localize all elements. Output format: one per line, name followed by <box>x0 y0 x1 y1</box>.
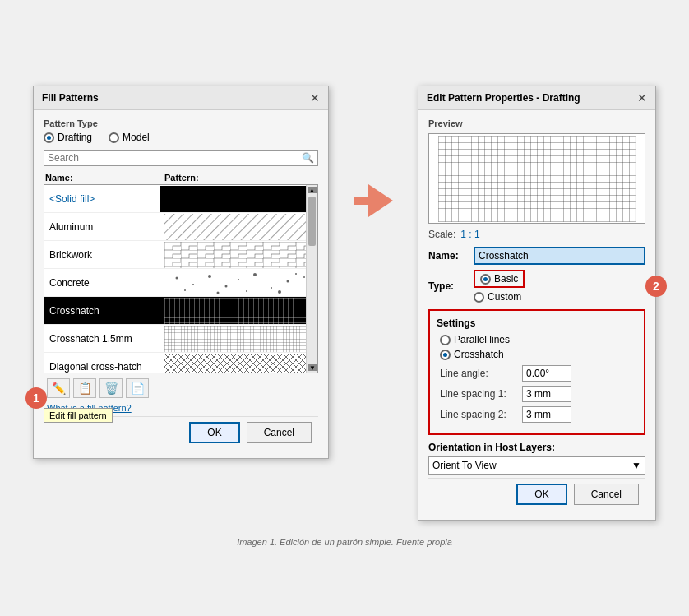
pattern-preview-solid <box>160 186 317 212</box>
settings-box: Settings Parallel lines Crosshatch Line … <box>428 309 645 435</box>
svg-point-18 <box>278 290 281 294</box>
line-spacing2-row: Line spacing 2: <box>437 406 637 423</box>
tooltip: Edit fill pattern <box>44 408 113 423</box>
svg-point-8 <box>208 275 211 278</box>
bottom-toolbar: ✏️ 📋 🗑️ 📄 Edit fill pattern <box>44 373 318 400</box>
table-row[interactable]: Aluminum <box>44 213 317 241</box>
pattern-preview-crosshatch <box>160 298 317 324</box>
preview-area <box>428 133 645 224</box>
chevron-down-icon: ▼ <box>631 460 641 471</box>
svg-point-19 <box>295 273 297 275</box>
pattern-name-concrete: Concrete <box>44 277 160 289</box>
scale-row: Scale: 1 : 1 <box>428 229 645 240</box>
svg-point-14 <box>303 276 305 278</box>
basic-radio-circle[interactable] <box>480 274 491 285</box>
type-field-row: Type: Basic Custom <box>428 270 645 303</box>
pattern-type-label: Pattern Type <box>44 118 318 128</box>
pattern-col-header: Pattern: <box>164 173 317 183</box>
custom-label: Custom <box>488 291 521 303</box>
drafting-radio[interactable]: Drafting <box>44 132 92 143</box>
new-pattern-button[interactable]: 📄 <box>126 378 149 398</box>
svg-point-7 <box>192 284 194 285</box>
line-spacing1-input[interactable] <box>522 386 571 402</box>
pattern-name-crosshatch: Crosshatch <box>44 305 160 317</box>
pattern-list[interactable]: <Solid fill> Aluminum <box>44 184 318 373</box>
line-spacing1-label: Line spacing 1: <box>440 388 522 400</box>
custom-radio-circle[interactable] <box>474 292 484 303</box>
svg-point-15 <box>184 289 186 291</box>
fill-patterns-cancel-button[interactable]: Cancel <box>247 422 312 443</box>
list-header: Name: Pattern: <box>44 173 318 183</box>
line-angle-row: Line angle: <box>437 365 637 382</box>
table-row[interactable]: Crosshatch 1.5mm <box>44 325 317 353</box>
edit-pattern-title: Edit Pattern Properties - Drafting <box>427 92 580 104</box>
orientation-row: Orientation in Host Layers: Orient To Vi… <box>428 442 645 475</box>
settings-title: Settings <box>437 317 637 329</box>
table-row[interactable]: Brickwork <box>44 241 317 269</box>
custom-radio[interactable]: Custom <box>474 291 525 303</box>
table-row[interactable]: Crosshatch <box>44 297 317 325</box>
scrollbar-thumb[interactable] <box>308 197 316 246</box>
arrow-body <box>354 197 370 205</box>
pattern-name-diagcross: Diagonal cross-hatch <box>44 361 160 373</box>
basic-radio[interactable]: Basic <box>474 270 525 288</box>
fill-patterns-ok-button[interactable]: OK <box>189 422 239 443</box>
svg-rect-4 <box>164 242 312 268</box>
arrow-icon <box>368 184 393 217</box>
svg-point-10 <box>238 279 239 280</box>
pattern-preview-brickwork <box>160 242 317 268</box>
preview-label: Preview <box>428 118 645 128</box>
badge-2: 2 <box>645 276 667 297</box>
edit-pattern-ok-button[interactable]: OK <box>516 484 566 505</box>
delete-pattern-button[interactable]: 🗑️ <box>99 378 123 398</box>
toolbar-area: ✏️ 📋 🗑️ 📄 Edit fill pattern What is a fi… <box>44 373 318 413</box>
table-row[interactable]: Diagonal cross-hatch <box>44 353 317 373</box>
parallel-lines-circle[interactable] <box>440 335 451 345</box>
line-angle-label: Line angle: <box>440 368 522 379</box>
fill-patterns-dialog: Fill Patterns ✕ Pattern Type Drafting Mo… <box>33 86 329 459</box>
orientation-value: Orient To View <box>432 460 497 471</box>
model-label: Model <box>123 132 150 143</box>
line-spacing2-input[interactable] <box>522 406 571 423</box>
svg-point-9 <box>225 285 228 287</box>
svg-point-17 <box>246 290 247 292</box>
table-row[interactable]: <Solid fill> <box>44 185 317 213</box>
drafting-label: Drafting <box>58 132 92 143</box>
drafting-radio-circle[interactable] <box>44 132 54 143</box>
orientation-select[interactable]: Orient To View ▼ <box>428 456 645 475</box>
parallel-lines-radio[interactable]: Parallel lines <box>440 334 637 345</box>
settings-radio-group: Parallel lines Crosshatch <box>437 334 637 360</box>
fill-patterns-close-icon[interactable]: ✕ <box>310 91 320 104</box>
edit-pattern-cancel-button[interactable]: Cancel <box>574 484 639 505</box>
edit-fill-pattern-button[interactable]: ✏️ <box>47 378 70 398</box>
crosshatch-circle[interactable] <box>440 350 451 360</box>
svg-point-11 <box>253 273 257 276</box>
svg-point-16 <box>217 291 220 294</box>
scrollbar[interactable]: ▲ ▼ <box>306 185 317 373</box>
edit-pattern-dialog: Edit Pattern Properties - Drafting ✕ Pre… <box>418 86 656 521</box>
model-radio[interactable]: Model <box>109 132 150 143</box>
edit-pattern-buttons: OK Cancel <box>428 478 645 512</box>
caption: Imagen 1. Edición de un patrón simple. F… <box>237 537 452 555</box>
line-angle-input[interactable] <box>522 365 571 382</box>
svg-rect-1 <box>164 214 312 240</box>
svg-rect-25 <box>164 326 312 352</box>
search-icon: 🔍 <box>302 152 314 164</box>
pattern-name-solid: <Solid fill> <box>44 193 160 205</box>
pattern-preview-crosshatch15 <box>160 326 317 352</box>
edit-pattern-titlebar: Edit Pattern Properties - Drafting ✕ <box>418 86 655 110</box>
basic-label: Basic <box>494 273 518 285</box>
model-radio-circle[interactable] <box>109 132 119 143</box>
badge-1: 1 <box>25 387 47 409</box>
crosshatch-radio-label: Crosshatch <box>454 349 504 360</box>
name-input[interactable] <box>474 247 645 265</box>
fill-patterns-titlebar: Fill Patterns ✕ <box>34 86 328 110</box>
name-field-row: Name: <box>428 247 645 265</box>
search-box: 🔍 <box>44 150 318 166</box>
name-col-header: Name: <box>45 173 164 183</box>
table-row[interactable]: Concrete <box>44 269 317 297</box>
edit-pattern-close-icon[interactable]: ✕ <box>637 91 647 104</box>
search-input[interactable] <box>48 152 302 164</box>
duplicate-pattern-button[interactable]: 📋 <box>73 378 96 398</box>
crosshatch-radio[interactable]: Crosshatch <box>440 349 637 360</box>
